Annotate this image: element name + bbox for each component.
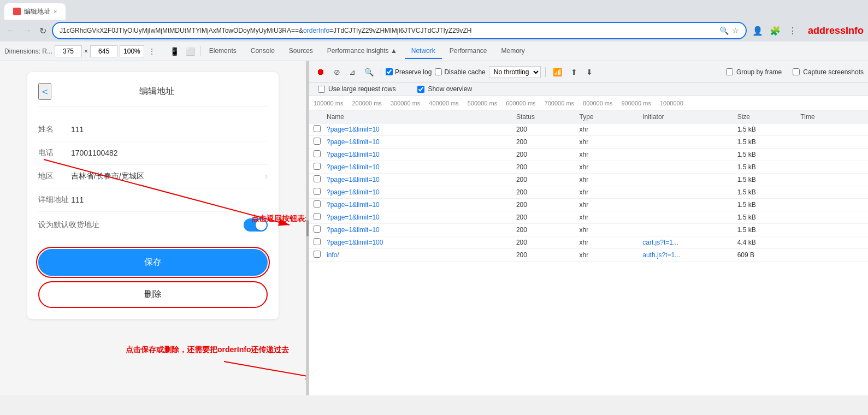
stop-button[interactable]: ⊘ [331, 66, 343, 78]
row-checkbox-8[interactable] [314, 226, 327, 234]
preserve-log-label: Preserve log [386, 68, 432, 76]
row-type-10: xhr [580, 251, 643, 259]
menu-icon[interactable]: ⋮ [785, 23, 800, 38]
timeline-700k: 700000 ms [540, 100, 578, 106]
table-row[interactable]: ?page=1&limit=10 200 xhr 1.5 kB [309, 123, 868, 136]
save-button[interactable]: 保存 [38, 249, 268, 276]
url-highlight: orderInfo [303, 27, 329, 34]
row-checkbox-7[interactable] [314, 213, 327, 222]
forward-button[interactable]: → [21, 25, 34, 37]
row-checkbox-6[interactable] [314, 200, 327, 209]
row-checkbox-5[interactable] [314, 188, 327, 197]
row-type-6: xhr [580, 201, 643, 209]
device-mode-icon[interactable]: ⬜ [183, 45, 198, 57]
capture-screenshots-checkbox[interactable] [793, 68, 800, 75]
header-initiator[interactable]: Initiator [642, 113, 737, 121]
zoom-select[interactable]: 100% [120, 45, 144, 57]
header-status[interactable]: Status [516, 113, 580, 121]
row-status-5: 200 [516, 188, 580, 196]
tab-console[interactable]: Console [244, 44, 281, 59]
row-checkbox-9[interactable] [314, 238, 327, 247]
tab-sources[interactable]: Sources [282, 44, 320, 59]
header-size[interactable]: Size [737, 113, 801, 121]
default-address-toggle[interactable] [244, 218, 268, 232]
timeline-100k: 100000 ms [309, 100, 347, 106]
row-type-0: xhr [580, 126, 643, 133]
region-row[interactable]: 地区 吉林省/长春市/宽城区 › [38, 165, 268, 188]
table-row[interactable]: ?page=1&limit=100 200 xhr cart.js?t=1...… [309, 236, 868, 249]
table-row[interactable]: info/ 200 xhr auth.js?t=1... 609 B [309, 249, 868, 262]
show-overview-checkbox[interactable] [417, 86, 424, 93]
profile-icon[interactable]: 👤 [750, 23, 765, 38]
tab-performance[interactable]: Performance [443, 44, 494, 59]
show-overview-option: Show overview [417, 85, 472, 93]
phone-row: 电话 17001100482 [38, 141, 268, 165]
toggle-knob [256, 220, 267, 230]
tab-close-btn[interactable]: × [54, 8, 57, 15]
row-checkbox-0[interactable] [314, 125, 327, 134]
row-name-7: ?page=1&limit=10 [327, 214, 516, 221]
table-row[interactable]: ?page=1&limit=10 200 xhr 1.5 kB [309, 186, 868, 199]
large-rows-option: Use large request rows [318, 85, 395, 93]
wifi-icon[interactable]: 📶 [550, 66, 565, 78]
row-initiator-10[interactable]: auth.js?t=1... [642, 251, 737, 259]
row-checkbox-2[interactable] [314, 150, 327, 159]
back-button[interactable]: ← [4, 25, 17, 37]
table-row[interactable]: ?page=1&limit=10 200 xhr 1.5 kB [309, 149, 868, 161]
row-checkbox-1[interactable] [314, 138, 327, 146]
large-rows-checkbox[interactable] [318, 86, 325, 93]
bookmark-icon[interactable]: ☆ [732, 26, 739, 35]
mobile-card: ＜ 编辑地址 姓名 111 电话 17001100482 地区 吉林省/长春市/… [27, 72, 279, 319]
table-row[interactable]: ?page=1&limit=10 200 xhr 1.5 kB [309, 161, 868, 174]
preserve-log-checkbox[interactable] [386, 68, 393, 75]
height-input[interactable] [90, 45, 117, 57]
address-annotation: addressInfo [808, 25, 864, 37]
filter-button[interactable]: ⊿ [346, 66, 358, 78]
back-button-mobile[interactable]: ＜ [38, 83, 51, 100]
row-checkbox-10[interactable] [314, 251, 327, 259]
search-icon[interactable]: 🔍 [719, 26, 729, 35]
header-time[interactable]: Time [800, 113, 864, 121]
tab-elements[interactable]: Elements [203, 44, 243, 59]
row-checkbox-3[interactable] [314, 163, 327, 171]
row-size-2: 1.5 kB [737, 151, 801, 158]
reload-button[interactable]: ↻ [37, 25, 49, 37]
tab-memory[interactable]: Memory [495, 44, 532, 59]
delete-button[interactable]: 删除 [38, 281, 268, 308]
row-initiator-9[interactable]: cart.js?t=1... [642, 239, 737, 246]
tab-perf-insights[interactable]: Performance insights ▲ [321, 44, 404, 59]
throttling-select[interactable]: No throttling [489, 66, 541, 78]
throttling-dropdown[interactable]: No throttling No throttling [489, 66, 541, 78]
dimensions-separator: × [84, 48, 88, 55]
splitter-handle [306, 220, 309, 236]
search-network-button[interactable]: 🔍 [362, 66, 376, 78]
phone-value: 17001100482 [71, 149, 268, 157]
header-name[interactable]: Name [327, 113, 516, 121]
toolbar-separator-1 [200, 46, 200, 56]
width-input[interactable] [55, 45, 82, 57]
row-status-4: 200 [516, 176, 580, 183]
table-row[interactable]: ?page=1&limit=10 200 xhr 1.5 kB [309, 136, 868, 149]
row-status-7: 200 [516, 214, 580, 221]
more-options-icon[interactable]: ⋮ [149, 48, 155, 55]
table-row[interactable]: ?page=1&limit=10 200 xhr 1.5 kB [309, 174, 868, 186]
header-type[interactable]: Type [580, 113, 643, 121]
row-name-5: ?page=1&limit=10 [327, 188, 516, 196]
timeline-300k: 300000 ms [386, 100, 424, 106]
download-icon[interactable]: ⬇ [583, 66, 595, 78]
responsive-icon[interactable]: 📱 [167, 45, 182, 57]
upload-icon[interactable]: ⬆ [568, 66, 580, 78]
disable-cache-checkbox[interactable] [435, 68, 442, 75]
tab-network[interactable]: Network [405, 44, 442, 59]
table-row[interactable]: ?page=1&limit=10 200 xhr 1.5 kB [309, 211, 868, 224]
extensions-icon[interactable]: 🧩 [767, 23, 783, 38]
table-row[interactable]: ?page=1&limit=10 200 xhr 1.5 kB [309, 199, 868, 211]
row-checkbox-4[interactable] [314, 175, 327, 184]
record-button[interactable]: ⏺ [314, 66, 328, 79]
table-row[interactable]: ?page=1&limit=10 200 xhr 1.5 kB [309, 224, 868, 236]
url-end: =JTdCJTIyZ29vZHMlMjI6JTVCJTdCJTIyZ29vZH [329, 27, 471, 34]
browser-tab[interactable]: 编辑地址 × [4, 3, 66, 20]
group-by-frame-checkbox[interactable] [726, 68, 733, 75]
url-bar[interactable]: J1cGRhdGVkX2F0JTlyOiUyMjIwMjMtMDUtMTYlMj… [52, 22, 747, 39]
address-label: 详细地址 [38, 195, 71, 205]
